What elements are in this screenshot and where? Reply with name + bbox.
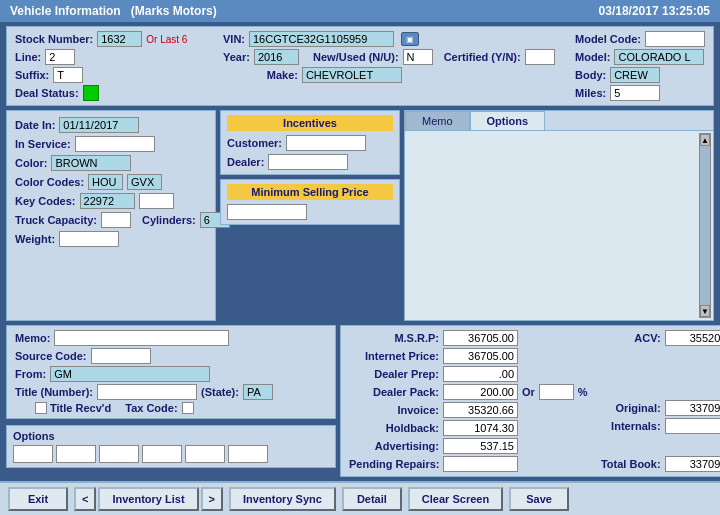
inventory-nav-group: < Inventory List > (74, 487, 223, 511)
key-codes-label: Key Codes: (15, 195, 76, 207)
stock-number-input[interactable] (97, 31, 142, 47)
from-input[interactable] (50, 366, 210, 382)
from-row: From: (15, 366, 327, 382)
model-input[interactable] (614, 49, 704, 65)
certified-label: Certified (Y/N): (444, 51, 521, 63)
camera-icon[interactable] (401, 32, 419, 46)
advertising-input[interactable] (443, 438, 518, 454)
certified-input[interactable] (525, 49, 555, 65)
tab-options[interactable]: Options (470, 111, 546, 130)
from-label: From: (15, 368, 46, 380)
miles-input[interactable] (610, 85, 660, 101)
advertising-row: Advertising: (349, 438, 588, 454)
source-code-input[interactable] (91, 348, 151, 364)
color-code2-input[interactable] (127, 174, 162, 190)
date-in-input[interactable] (59, 117, 139, 133)
model-code-label: Model Code: (575, 33, 641, 45)
options-btn-1[interactable] (13, 445, 53, 463)
total-book-input[interactable] (665, 456, 720, 472)
key-codes2-input[interactable] (139, 193, 174, 209)
key-codes-row: Key Codes: (15, 193, 207, 209)
dealer-input[interactable] (268, 154, 348, 170)
min-selling-input[interactable] (227, 204, 307, 220)
tax-code-checkbox[interactable] (182, 402, 194, 414)
color-code1-input[interactable] (88, 174, 123, 190)
dealer-prep-label: Dealer Prep: (349, 368, 439, 380)
save-button[interactable]: Save (509, 487, 569, 511)
truck-capacity-label: Truck Capacity: (15, 214, 97, 226)
tab-content: ▲ ▼ (405, 131, 713, 320)
title-number-input[interactable] (97, 384, 197, 400)
line-input[interactable] (45, 49, 75, 65)
or-last-six-link[interactable]: Or Last 6 (146, 34, 187, 45)
vin-input[interactable] (249, 31, 394, 47)
state-input[interactable] (243, 384, 273, 400)
customer-input[interactable] (286, 135, 366, 151)
dealer-name: (Marks Motors) (131, 4, 217, 18)
pending-repairs-input[interactable] (443, 456, 518, 472)
year-input[interactable] (254, 49, 299, 65)
body-input[interactable] (610, 67, 660, 83)
in-service-row: In Service: (15, 136, 207, 152)
date-in-label: Date In: (15, 119, 55, 131)
options-btn-4[interactable] (142, 445, 182, 463)
next-button[interactable]: > (201, 487, 223, 511)
new-used-input[interactable] (403, 49, 433, 65)
options-btn-5[interactable] (185, 445, 225, 463)
dealer-pack-input[interactable] (443, 384, 518, 400)
make-input[interactable] (302, 67, 402, 83)
footer: Exit < Inventory List > Inventory Sync D… (0, 481, 720, 515)
internals-input[interactable] (665, 418, 720, 434)
scroll-up-arrow[interactable]: ▲ (700, 134, 710, 146)
original-row: Original: (596, 400, 720, 416)
dealer-prep-input[interactable] (443, 366, 518, 382)
weight-row: Weight: (15, 231, 207, 247)
title-number-label: Title (Number): (15, 386, 93, 398)
internet-price-input[interactable] (443, 348, 518, 364)
acv-input[interactable] (665, 330, 720, 346)
msrp-input[interactable] (443, 330, 518, 346)
tab-memo[interactable]: Memo (405, 111, 470, 130)
key-codes-input[interactable] (80, 193, 135, 209)
percent-input[interactable] (539, 384, 574, 400)
holdback-input[interactable] (443, 420, 518, 436)
scrollbar[interactable]: ▲ ▼ (699, 133, 711, 318)
color-input[interactable] (51, 155, 131, 171)
suffix-input[interactable] (53, 67, 83, 83)
top-section: Stock Number: Or Last 6 Line: Suffix: De… (6, 26, 714, 106)
vin-label: VIN: (223, 33, 245, 45)
truck-capacity-input[interactable] (101, 212, 131, 228)
detail-button[interactable]: Detail (342, 487, 402, 511)
model-label: Model: (575, 51, 610, 63)
options-btn-6[interactable] (228, 445, 268, 463)
make-row: Make: (223, 67, 567, 83)
date-time: 03/18/2017 13:25:05 (599, 4, 710, 18)
prev-button[interactable]: < (74, 487, 96, 511)
inventory-sync-button[interactable]: Inventory Sync (229, 487, 336, 511)
inventory-list-button[interactable]: Inventory List (98, 487, 198, 511)
color-codes-row: Color Codes: (15, 174, 207, 190)
incentives-title: Incentives (227, 115, 393, 131)
line-label: Line: (15, 51, 41, 63)
dealer-prep-row: Dealer Prep: (349, 366, 588, 382)
dealer-pack-row: Dealer Pack: Or % (349, 384, 588, 400)
acv-label: ACV: (596, 332, 661, 344)
options-btn-2[interactable] (56, 445, 96, 463)
exit-button[interactable]: Exit (8, 487, 68, 511)
title-recvd-checkbox[interactable] (35, 402, 47, 414)
invoice-input[interactable] (443, 402, 518, 418)
clear-screen-button[interactable]: Clear Screen (408, 487, 503, 511)
model-code-input[interactable] (645, 31, 705, 47)
weight-input[interactable] (59, 231, 119, 247)
in-service-input[interactable] (75, 136, 155, 152)
original-input[interactable] (665, 400, 720, 416)
main-window: Vehicle Information (Marks Motors) 03/18… (0, 0, 720, 515)
options-section: Options (6, 425, 336, 468)
total-book-row: Total Book: (596, 456, 720, 472)
title-number-row: Title (Number): (State): (15, 384, 327, 400)
options-btn-3[interactable] (99, 445, 139, 463)
source-code-row: Source Code: (15, 348, 327, 364)
memo-input[interactable] (54, 330, 229, 346)
memo-label: Memo: (15, 332, 50, 344)
scroll-down-arrow[interactable]: ▼ (700, 305, 710, 317)
